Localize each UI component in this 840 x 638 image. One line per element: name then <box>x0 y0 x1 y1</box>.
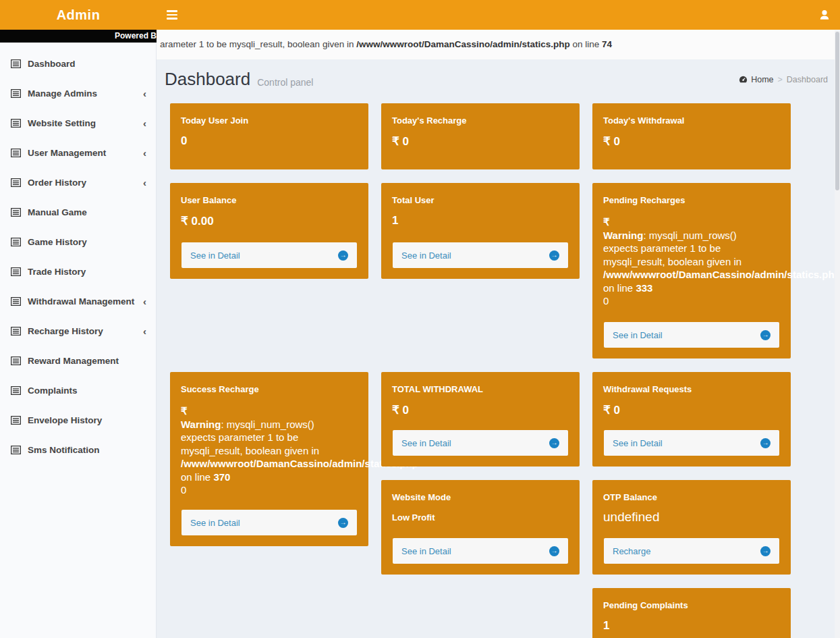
arrow-circle-right-icon <box>760 546 771 556</box>
see-in-detail-button[interactable]: See in Detail <box>393 430 568 456</box>
card-warning-text: ₹ Warning: mysqli_num_rows() expects par… <box>181 404 358 497</box>
card-title: Success Recharge <box>181 384 358 394</box>
see-in-detail-button[interactable]: See in Detail <box>393 538 568 564</box>
sidebar-item-label: Reward Management <box>28 356 119 366</box>
sidebar-item-label: Withdrawal Management <box>28 296 134 307</box>
sidebar-item-withdrawal-management[interactable]: Withdrawal Management <box>0 286 156 316</box>
sidebar-item-reward-management[interactable]: Reward Management <box>0 346 156 375</box>
chevron-left-icon <box>143 118 146 128</box>
page-subtitle: Control panel <box>257 72 313 88</box>
card-value: 1 <box>603 619 780 633</box>
card-title: Today's Recharge <box>392 115 569 126</box>
card-withdrawal-requests: Withdrawal Requests ₹ 0 See in Detail <box>592 372 791 467</box>
card-value: ₹ 0 <box>603 403 780 417</box>
scrollbar-thumb[interactable] <box>835 32 839 190</box>
content-header: Dashboard Control panel Home > Dashboard <box>157 59 840 97</box>
hamburger-icon <box>167 10 177 20</box>
arrow-circle-right-icon <box>549 438 559 448</box>
user-icon[interactable] <box>818 9 831 21</box>
button-label: See in Detail <box>401 250 451 261</box>
list-icon <box>11 178 21 187</box>
sidebar-item-label: Envelope History <box>28 415 102 425</box>
dashboard-icon <box>739 75 748 84</box>
button-label: See in Detail <box>190 250 240 261</box>
sidebar-item-complaints[interactable]: Complaints <box>0 375 156 405</box>
sidebar-item-label: Website Setting <box>28 118 96 128</box>
card-today-user-join: Today User Join 0 <box>170 103 368 169</box>
app-logo[interactable]: Admin <box>0 7 157 23</box>
warning-line-number: 74 <box>602 39 612 49</box>
warning-text: arameter 1 to be mysqli_result, boolean … <box>160 39 356 49</box>
card-title: Total User <box>392 195 569 205</box>
sidebar-item-recharge-history[interactable]: Recharge History <box>0 316 156 346</box>
arrow-circle-right-icon <box>760 330 771 340</box>
sidebar-item-label: Dashboard <box>28 59 76 69</box>
sidebar-item-label: Order History <box>28 178 86 188</box>
see-in-detail-button[interactable]: See in Detail <box>604 430 779 456</box>
button-label: See in Detail <box>401 438 451 448</box>
breadcrumb: Home > Dashboard <box>739 75 828 84</box>
card-value: ₹ 0.00 <box>181 214 358 228</box>
card-title: OTP Balance <box>603 492 780 502</box>
sidebar-item-sms-notification[interactable]: Sms Notification <box>0 435 156 464</box>
list-icon <box>11 386 21 395</box>
card-value: undefined <box>603 510 780 525</box>
content-area: arameter 1 to be mysqli_result, boolean … <box>157 30 840 638</box>
card-title: User Balance <box>181 195 358 205</box>
sidebar-item-envelope-history[interactable]: Envelope History <box>0 405 156 435</box>
button-label: Recharge <box>613 546 650 556</box>
sidebar-item-label: Game History <box>28 237 87 247</box>
see-in-detail-button[interactable]: See in Detail <box>393 242 568 268</box>
breadcrumb-home-link[interactable]: Home <box>739 75 773 84</box>
sidebar-item-order-history[interactable]: Order History <box>0 167 156 197</box>
list-icon <box>11 119 21 128</box>
sidebar-item-label: Manage Admins <box>28 88 97 99</box>
see-in-detail-button[interactable]: See in Detail <box>604 322 779 348</box>
card-title: Pending Complaints <box>603 600 780 610</box>
breadcrumb-current: Dashboard <box>787 75 828 84</box>
list-icon <box>11 149 21 157</box>
list-icon <box>11 446 21 454</box>
card-warning-text: ₹ Warning: mysqli_num_rows() expects par… <box>603 215 780 308</box>
card-value: 1 <box>392 214 569 228</box>
card-todays-recharge: Today's Recharge ₹ 0 <box>381 103 580 169</box>
see-in-detail-button[interactable]: See in Detail <box>181 242 357 268</box>
button-label: See in Detail <box>190 518 240 528</box>
sidebar-item-user-management[interactable]: User Management <box>0 138 156 167</box>
recharge-button[interactable]: Recharge <box>604 538 779 564</box>
php-warning-banner: arameter 1 to be mysqli_result, boolean … <box>157 30 840 59</box>
sidebar-item-game-history[interactable]: Game History <box>0 227 156 257</box>
arrow-circle-right-icon <box>338 518 348 528</box>
chevron-left-icon <box>143 88 146 99</box>
sidebar-item-manual-game[interactable]: Manual Game <box>0 197 156 227</box>
card-value: ₹ 0 <box>603 134 780 149</box>
card-value: ₹ 0 <box>392 403 569 417</box>
card-website-mode: Website Mode Low Profit See in Detail <box>381 480 580 575</box>
sidebar-item-label: Manual Game <box>28 207 87 217</box>
sidebar-item-trade-history[interactable]: Trade History <box>0 257 156 286</box>
card-value: ₹ 0 <box>392 134 569 149</box>
arrow-circle-right-icon <box>338 250 348 261</box>
card-otp-balance: OTP Balance undefined Recharge <box>592 480 791 575</box>
list-icon <box>11 416 21 425</box>
sidebar-toggle-button[interactable] <box>157 0 188 30</box>
card-value: Low Profit <box>392 512 569 523</box>
list-icon <box>11 59 21 68</box>
sidebar-item-dashboard[interactable]: Dashboard <box>0 49 156 78</box>
chevron-left-icon <box>143 296 146 307</box>
sidebar-item-manage-admins[interactable]: Manage Admins <box>0 78 156 108</box>
breadcrumb-separator: > <box>778 75 783 84</box>
see-in-detail-button[interactable]: See in Detail <box>181 510 357 535</box>
powered-by-bar: Powered By <box>0 30 157 43</box>
chevron-left-icon <box>143 148 146 158</box>
sidebar-item-label: Trade History <box>28 267 86 277</box>
button-label: See in Detail <box>613 438 663 448</box>
sidebar-item-label: User Management <box>28 148 106 158</box>
warning-text: on line <box>570 39 602 49</box>
top-navbar: Admin <box>0 0 840 30</box>
sidebar-item-website-setting[interactable]: Website Setting <box>0 108 156 138</box>
list-icon <box>11 327 21 336</box>
card-total-user: Total User 1 See in Detail <box>381 183 580 279</box>
card-pending-complaints: Pending Complaints 1 <box>592 588 791 638</box>
card-title: Pending Recharges <box>603 195 780 205</box>
